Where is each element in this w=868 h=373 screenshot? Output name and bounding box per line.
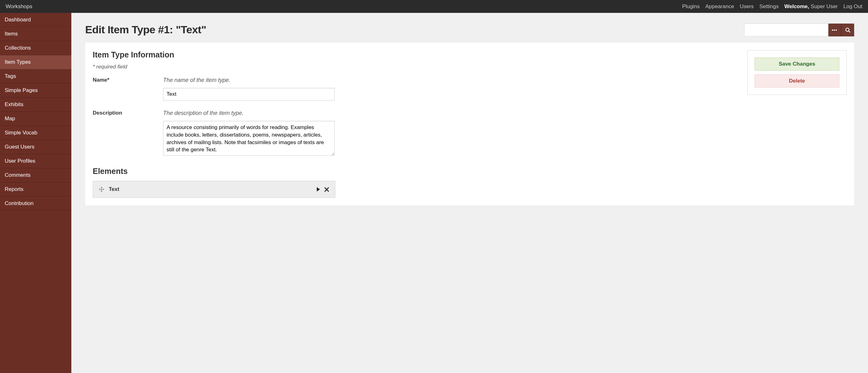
sidebar-item-item-types[interactable]: Item Types: [0, 55, 71, 69]
name-label: Name*: [93, 77, 156, 100]
sidebar-item-dashboard[interactable]: Dashboard: [0, 13, 71, 27]
nav-logout[interactable]: Log Out: [843, 3, 863, 10]
welcome-user-link[interactable]: Super User: [811, 3, 838, 9]
save-button[interactable]: Save Changes: [754, 58, 839, 71]
sidebar-item-guest-users[interactable]: Guest Users: [0, 140, 71, 154]
nav-appearance[interactable]: Appearance: [705, 3, 734, 10]
section-title: Item Type Information: [93, 50, 739, 59]
sidebar-item-map[interactable]: Map: [0, 112, 71, 126]
element-row: Text: [93, 181, 335, 198]
required-note: * required field: [93, 64, 739, 70]
description-label: Description: [93, 110, 156, 157]
element-label: Text: [109, 186, 312, 193]
svg-marker-2: [317, 187, 320, 192]
sidebar-item-contribution[interactable]: Contribution: [0, 197, 71, 211]
sidebar-item-simple-pages[interactable]: Simple Pages: [0, 83, 71, 98]
description-textarea[interactable]: A resource consisting primarily of words…: [163, 121, 335, 156]
field-name: Name* The name of the item type.: [93, 77, 739, 100]
utility-nav: Plugins Appearance Users Settings Welcom…: [682, 3, 862, 10]
form-main: Item Type Information * required field N…: [93, 50, 739, 198]
sidebar: Dashboard Items Collections Item Types T…: [0, 13, 71, 373]
topbar: Workshops Plugins Appearance Users Setti…: [0, 0, 868, 13]
search-icon: [845, 27, 851, 33]
sidebar-item-items[interactable]: Items: [0, 27, 71, 41]
actions-box: Save Changes Delete: [747, 50, 847, 95]
sidebar-actions: Save Changes Delete: [747, 50, 847, 95]
nav-plugins[interactable]: Plugins: [682, 3, 700, 10]
sidebar-item-collections[interactable]: Collections: [0, 41, 71, 55]
search-submit-button[interactable]: [841, 24, 854, 36]
ellipsis-icon: •••: [832, 28, 838, 33]
sidebar-item-tags[interactable]: Tags: [0, 69, 71, 83]
field-description: Description The description of the item …: [93, 110, 739, 157]
delete-button[interactable]: Delete: [754, 74, 839, 88]
search-advanced-button[interactable]: •••: [828, 24, 841, 36]
sidebar-item-reports[interactable]: Reports: [0, 182, 71, 197]
search-group: •••: [744, 24, 854, 36]
sidebar-item-exhibits[interactable]: Exhibits: [0, 98, 71, 112]
brand-link[interactable]: Workshops: [6, 3, 32, 10]
search-input[interactable]: [744, 24, 828, 36]
svg-line-1: [848, 31, 850, 32]
content-panel: Item Type Information * required field N…: [85, 43, 854, 205]
sidebar-item-comments[interactable]: Comments: [0, 168, 71, 182]
page-title: Edit Item Type #1: "Text": [85, 24, 206, 36]
welcome-text: Welcome, Super User: [784, 3, 838, 10]
nav-users[interactable]: Users: [740, 3, 754, 10]
drag-handle-icon[interactable]: [99, 186, 104, 192]
sidebar-item-user-profiles[interactable]: User Profiles: [0, 154, 71, 168]
elements-title: Elements: [93, 167, 739, 176]
sidebar-item-simple-vocab[interactable]: Simple Vocab: [0, 126, 71, 140]
name-help: The name of the item type.: [163, 77, 739, 83]
name-input[interactable]: [163, 88, 335, 100]
nav-settings[interactable]: Settings: [759, 3, 778, 10]
description-help: The description of the item type.: [163, 110, 739, 116]
remove-icon[interactable]: [324, 187, 329, 192]
expand-icon[interactable]: [316, 187, 320, 192]
main-content: Edit Item Type #1: "Text" ••• Item Type …: [71, 13, 868, 373]
welcome-label: Welcome,: [784, 3, 809, 9]
